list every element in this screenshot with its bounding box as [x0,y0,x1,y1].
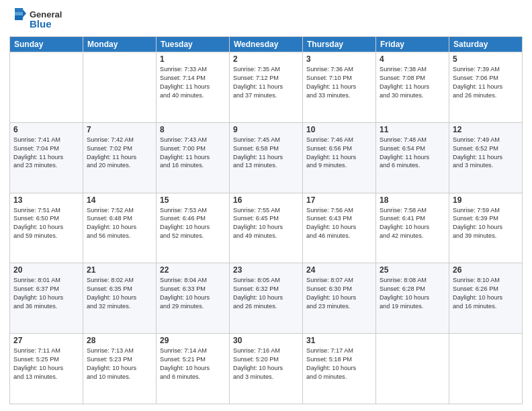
calendar-cell: 11Sunrise: 7:48 AM Sunset: 6:54 PM Dayli… [376,122,449,193]
cell-info: Sunrise: 7:43 AM Sunset: 7:00 PM Dayligh… [160,136,226,171]
calendar-cell: 20Sunrise: 8:01 AM Sunset: 6:37 PM Dayli… [10,263,83,334]
calendar-cell: 5Sunrise: 7:39 AM Sunset: 7:06 PM Daylig… [449,52,523,123]
calendar-cell [83,52,157,123]
day-number: 21 [87,265,152,275]
calendar-cell: 1Sunrise: 7:33 AM Sunset: 7:14 PM Daylig… [157,52,230,123]
calendar-cell: 24Sunrise: 8:07 AM Sunset: 6:30 PM Dayli… [303,263,376,334]
calendar-cell: 4Sunrise: 7:38 AM Sunset: 7:08 PM Daylig… [376,52,449,123]
cell-info: Sunrise: 7:46 AM Sunset: 6:56 PM Dayligh… [306,136,372,171]
svg-rect-6 [15,15,23,20]
calendar-cell: 21Sunrise: 8:02 AM Sunset: 6:35 PM Dayli… [83,263,157,334]
calendar-week-2: 6Sunrise: 7:41 AM Sunset: 7:04 PM Daylig… [10,122,523,193]
day-number: 15 [160,195,226,205]
calendar-week-5: 27Sunrise: 7:11 AM Sunset: 5:25 PM Dayli… [10,334,523,404]
calendar-cell: 28Sunrise: 7:13 AM Sunset: 5:23 PM Dayli… [83,334,157,404]
calendar-cell: 6Sunrise: 7:41 AM Sunset: 7:04 PM Daylig… [10,122,83,193]
day-number: 28 [87,336,152,345]
calendar-week-3: 13Sunrise: 7:51 AM Sunset: 6:50 PM Dayli… [10,193,523,263]
day-number: 10 [306,125,372,134]
cell-info: Sunrise: 8:04 AM Sunset: 6:33 PM Dayligh… [160,276,226,311]
day-number: 29 [160,336,226,345]
cell-info: Sunrise: 7:17 AM Sunset: 5:18 PM Dayligh… [306,347,372,381]
day-number: 20 [13,265,79,275]
cell-info: Sunrise: 8:10 AM Sunset: 6:26 PM Dayligh… [453,276,519,311]
cell-info: Sunrise: 8:01 AM Sunset: 6:37 PM Dayligh… [13,276,79,311]
calendar-cell: 31Sunrise: 7:17 AM Sunset: 5:18 PM Dayli… [303,334,376,404]
cell-info: Sunrise: 8:02 AM Sunset: 6:35 PM Dayligh… [87,276,152,311]
calendar-cell [449,334,523,404]
calendar-cell: 8Sunrise: 7:43 AM Sunset: 7:00 PM Daylig… [157,122,230,193]
day-number: 27 [13,336,79,345]
svg-rect-4 [15,8,23,12]
calendar-cell: 2Sunrise: 7:35 AM Sunset: 7:12 PM Daylig… [230,52,303,123]
header-friday: Friday [376,37,449,52]
header-sunday: Sunday [10,37,83,52]
day-number: 13 [13,195,79,205]
cell-info: Sunrise: 8:05 AM Sunset: 6:32 PM Dayligh… [233,276,299,311]
cell-info: Sunrise: 7:35 AM Sunset: 7:12 PM Dayligh… [233,65,299,100]
calendar-cell: 9Sunrise: 7:45 AM Sunset: 6:58 PM Daylig… [230,122,303,193]
calendar-cell: 17Sunrise: 7:56 AM Sunset: 6:43 PM Dayli… [303,193,376,263]
calendar-cell: 16Sunrise: 7:55 AM Sunset: 6:45 PM Dayli… [230,193,303,263]
calendar-cell: 12Sunrise: 7:49 AM Sunset: 6:52 PM Dayli… [449,122,523,193]
calendar-cell: 30Sunrise: 7:16 AM Sunset: 5:20 PM Dayli… [230,334,303,404]
cell-info: Sunrise: 7:16 AM Sunset: 5:20 PM Dayligh… [233,347,299,381]
cell-info: Sunrise: 7:13 AM Sunset: 5:23 PM Dayligh… [87,347,152,381]
day-number: 1 [160,54,226,64]
header: General Blue [9,7,523,32]
day-number: 22 [160,265,226,275]
day-number: 18 [380,195,445,205]
header-monday: Monday [83,37,157,52]
calendar-cell: 3Sunrise: 7:36 AM Sunset: 7:10 PM Daylig… [303,52,376,123]
cell-info: Sunrise: 7:49 AM Sunset: 6:52 PM Dayligh… [453,136,519,171]
day-number: 4 [380,54,445,64]
day-number: 7 [87,125,152,134]
cell-info: Sunrise: 7:53 AM Sunset: 6:46 PM Dayligh… [160,206,226,241]
cell-info: Sunrise: 8:08 AM Sunset: 6:28 PM Dayligh… [380,276,445,311]
calendar-cell: 7Sunrise: 7:42 AM Sunset: 7:02 PM Daylig… [83,122,157,193]
day-number: 5 [453,54,519,64]
day-number: 12 [453,125,519,134]
svg-text:Blue: Blue [30,18,52,30]
cell-info: Sunrise: 7:48 AM Sunset: 6:54 PM Dayligh… [380,136,445,171]
calendar-week-1: 1Sunrise: 7:33 AM Sunset: 7:14 PM Daylig… [10,52,523,123]
calendar-cell: 14Sunrise: 7:52 AM Sunset: 6:48 PM Dayli… [83,193,157,263]
calendar-header-row: SundayMondayTuesdayWednesdayThursdayFrid… [10,37,523,52]
cell-info: Sunrise: 7:58 AM Sunset: 6:41 PM Dayligh… [380,206,445,241]
day-number: 6 [13,125,79,134]
day-number: 9 [233,125,299,134]
header-wednesday: Wednesday [230,37,303,52]
day-number: 30 [233,336,299,345]
day-number: 17 [306,195,372,205]
cell-info: Sunrise: 7:55 AM Sunset: 6:45 PM Dayligh… [233,206,299,241]
cell-info: Sunrise: 7:59 AM Sunset: 6:39 PM Dayligh… [453,206,519,241]
cell-info: Sunrise: 7:33 AM Sunset: 7:14 PM Dayligh… [160,65,226,100]
day-number: 23 [233,265,299,275]
calendar-cell: 15Sunrise: 7:53 AM Sunset: 6:46 PM Dayli… [157,193,230,263]
cell-info: Sunrise: 7:51 AM Sunset: 6:50 PM Dayligh… [13,206,79,241]
cell-info: Sunrise: 7:36 AM Sunset: 7:10 PM Dayligh… [306,65,372,100]
cell-info: Sunrise: 7:52 AM Sunset: 6:48 PM Dayligh… [87,206,152,241]
day-number: 2 [233,54,299,64]
calendar-cell: 27Sunrise: 7:11 AM Sunset: 5:25 PM Dayli… [10,334,83,404]
day-number: 31 [306,336,372,345]
day-number: 24 [306,265,372,275]
page: General Blue SundayMondayTuesdayWednesda… [0,0,532,411]
cell-info: Sunrise: 7:11 AM Sunset: 5:25 PM Dayligh… [13,347,79,381]
day-number: 25 [380,265,445,275]
day-number: 3 [306,54,372,64]
cell-info: Sunrise: 7:42 AM Sunset: 7:02 PM Dayligh… [87,136,152,171]
calendar-cell: 29Sunrise: 7:14 AM Sunset: 5:21 PM Dayli… [157,334,230,404]
svg-rect-5 [15,12,23,15]
cell-info: Sunrise: 7:45 AM Sunset: 6:58 PM Dayligh… [233,136,299,171]
calendar-cell: 19Sunrise: 7:59 AM Sunset: 6:39 PM Dayli… [449,193,523,263]
cell-info: Sunrise: 7:41 AM Sunset: 7:04 PM Dayligh… [13,136,79,171]
calendar-cell: 26Sunrise: 8:10 AM Sunset: 6:26 PM Dayli… [449,263,523,334]
calendar-cell: 13Sunrise: 7:51 AM Sunset: 6:50 PM Dayli… [10,193,83,263]
calendar-cell [10,52,83,123]
header-saturday: Saturday [449,37,523,52]
day-number: 19 [453,195,519,205]
calendar-cell: 23Sunrise: 8:05 AM Sunset: 6:32 PM Dayli… [230,263,303,334]
day-number: 8 [160,125,226,134]
calendar-table: SundayMondayTuesdayWednesdayThursdayFrid… [9,36,523,404]
